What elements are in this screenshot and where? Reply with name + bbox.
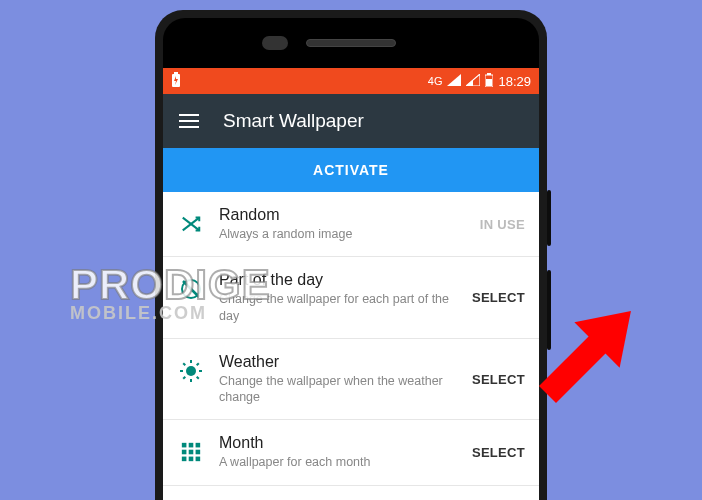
svg-marker-3	[447, 74, 461, 86]
svg-rect-7	[487, 73, 491, 75]
item-subtitle: A wallpaper for each month	[219, 454, 458, 470]
svg-line-17	[183, 376, 185, 378]
battery-charging-icon	[171, 72, 181, 91]
mode-list: Random Always a random image IN USE Part…	[163, 192, 539, 500]
svg-rect-20	[189, 443, 194, 448]
app-title: Smart Wallpaper	[223, 110, 364, 132]
clock: 18:29	[498, 74, 531, 89]
signal-icon	[447, 74, 461, 89]
svg-rect-26	[189, 457, 194, 462]
list-item[interactable]: Weather Change the wallpaper when the we…	[163, 339, 539, 421]
svg-rect-24	[196, 450, 201, 455]
svg-rect-23	[189, 450, 194, 455]
shuffle-icon	[177, 210, 205, 238]
svg-rect-8	[486, 79, 492, 86]
sensor	[262, 36, 288, 50]
in-use-label: IN USE	[480, 217, 525, 232]
menu-icon[interactable]	[179, 114, 199, 128]
item-title: Month	[219, 434, 458, 452]
phone-bezel: 4G 18:29 Smart Wallpaper	[163, 18, 539, 500]
svg-rect-22	[182, 450, 187, 455]
svg-line-18	[197, 363, 199, 365]
power-button[interactable]	[547, 190, 551, 246]
list-item[interactable]: Random Always a random image IN USE	[163, 192, 539, 257]
calendar-grid-icon	[177, 438, 205, 466]
clock-icon	[177, 275, 205, 303]
activate-button[interactable]: ACTIVATE	[163, 148, 539, 192]
svg-rect-1	[174, 72, 178, 74]
item-title: Part of the day	[219, 271, 458, 289]
item-subtitle: Change the wallpaper for each part of th…	[219, 291, 458, 324]
item-subtitle: Always a random image	[219, 226, 466, 242]
volume-button[interactable]	[547, 270, 551, 350]
status-bar: 4G 18:29	[163, 68, 539, 94]
select-button[interactable]: SELECT	[472, 372, 525, 387]
select-button[interactable]: SELECT	[472, 445, 525, 460]
select-button[interactable]: SELECT	[472, 290, 525, 305]
phone-frame: 4G 18:29 Smart Wallpaper	[155, 10, 547, 500]
network-type-label: 4G	[428, 75, 443, 87]
battery-icon	[485, 73, 493, 90]
screen: 4G 18:29 Smart Wallpaper	[163, 68, 539, 500]
svg-line-15	[183, 363, 185, 365]
svg-rect-21	[196, 443, 201, 448]
item-title: Random	[219, 206, 466, 224]
svg-rect-19	[182, 443, 187, 448]
sun-icon	[177, 357, 205, 385]
svg-line-16	[197, 376, 199, 378]
earpiece	[306, 39, 396, 47]
list-item[interactable]: Part of the day Change the wallpaper for…	[163, 257, 539, 339]
signal-secondary-icon	[466, 74, 480, 89]
svg-rect-25	[182, 457, 187, 462]
list-item[interactable]: Month A wallpaper for each month SELECT	[163, 420, 539, 485]
app-bar: Smart Wallpaper	[163, 94, 539, 148]
svg-marker-29	[574, 288, 653, 367]
item-subtitle: Change the wallpaper when the weather ch…	[219, 373, 458, 406]
svg-point-10	[186, 366, 196, 376]
svg-rect-27	[196, 457, 201, 462]
phone-top	[163, 18, 539, 68]
item-title: Weather	[219, 353, 458, 371]
